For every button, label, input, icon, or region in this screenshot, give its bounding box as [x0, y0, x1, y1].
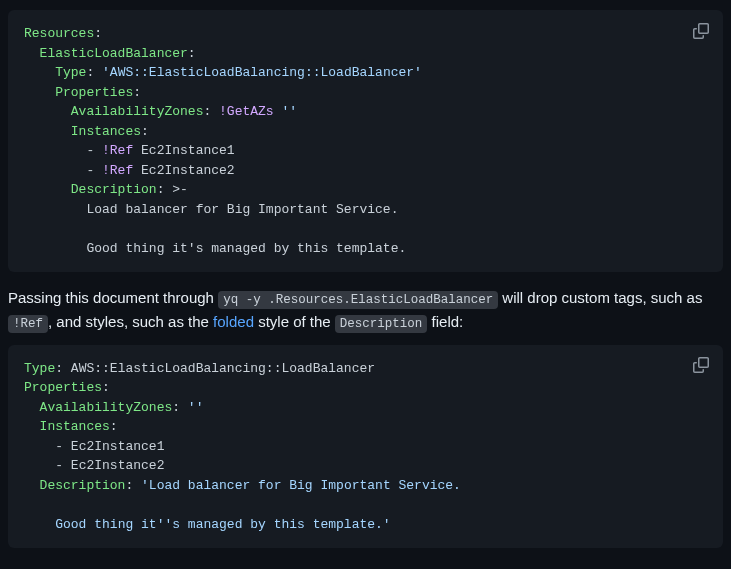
- para-text-5: field:: [427, 313, 463, 330]
- copy-icon: [693, 357, 709, 376]
- code-content-2: Type: AWS::ElasticLoadBalancing::LoadBal…: [24, 359, 707, 535]
- code-content-1: Resources: ElasticLoadBalancer: Type: 'A…: [24, 24, 707, 258]
- copy-button-1[interactable]: [687, 18, 715, 46]
- copy-button-2[interactable]: [687, 353, 715, 381]
- copy-icon: [693, 23, 709, 42]
- para-text-3: , and styles, such as the: [48, 313, 213, 330]
- inline-code-desc: Description: [335, 315, 428, 333]
- code-block-1: Resources: ElasticLoadBalancer: Type: 'A…: [8, 10, 723, 272]
- folded-link[interactable]: folded: [213, 313, 254, 330]
- inline-code-cmd: yq -y .Resources.ElasticLoadBalancer: [218, 291, 498, 309]
- para-text-2: will drop custom tags, such as: [498, 289, 702, 306]
- para-text-1: Passing this document through: [8, 289, 218, 306]
- code-block-2: Type: AWS::ElasticLoadBalancing::LoadBal…: [8, 345, 723, 549]
- inline-code-ref: !Ref: [8, 315, 48, 333]
- paragraph: Passing this document through yq -y .Res…: [8, 286, 723, 335]
- para-text-4: style of the: [254, 313, 335, 330]
